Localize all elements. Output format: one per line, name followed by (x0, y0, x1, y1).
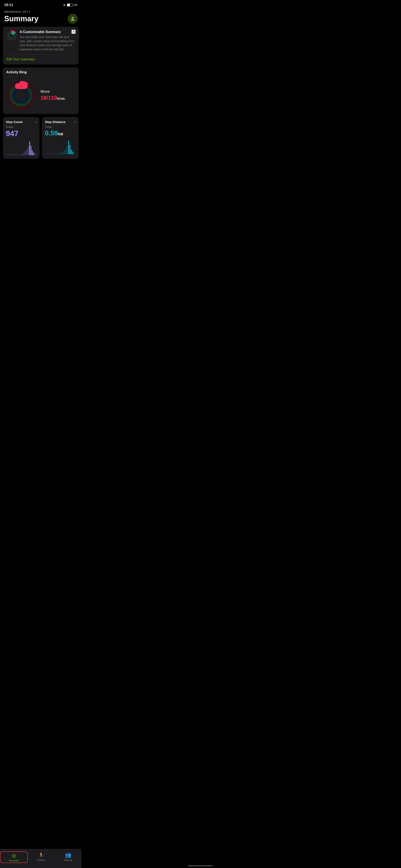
move-info: Move 18/110KCAL (40, 89, 75, 101)
page-title: Summary (4, 14, 38, 23)
bar (68, 141, 69, 154)
bar (49, 153, 50, 154)
avatar-button[interactable] (68, 14, 77, 23)
bar (73, 153, 74, 154)
step-distance-value: 0.59KM (45, 129, 75, 137)
bar (15, 155, 16, 155)
bar (29, 142, 30, 155)
step-count-header: Step Count › (6, 120, 36, 124)
status-bar: 19:11 ✈ 59 (0, 0, 82, 9)
move-value: 18/110KCAL (40, 95, 75, 101)
bar (13, 154, 14, 155)
info-card-title: A Customizable Summary (20, 30, 75, 34)
step-count-card[interactable]: Step Count › Today 947 (3, 117, 39, 159)
info-card-text: A Customizable Summary You can make your… (20, 30, 75, 52)
bar (59, 154, 60, 154)
step-count-title: Step Count (6, 120, 23, 124)
main-content: A Customizable Summary You can make your… (0, 27, 82, 159)
bar (46, 154, 47, 154)
bar (45, 154, 46, 154)
bar (19, 155, 20, 155)
bar (23, 154, 24, 155)
battery-percent: 59 (74, 4, 77, 6)
bar (55, 154, 56, 154)
step-distance-chevron-icon: › (74, 120, 75, 124)
step-distance-today: Today (45, 125, 75, 128)
battery-icon (67, 4, 73, 6)
bar (72, 151, 73, 154)
step-distance-unit: KM (58, 132, 63, 136)
bar (34, 154, 35, 155)
svg-point-0 (72, 17, 74, 19)
bar (36, 154, 36, 155)
step-count-value: 947 (6, 129, 36, 138)
info-card-top: A Customizable Summary You can make your… (6, 30, 75, 52)
bar (71, 150, 72, 154)
activity-ring-body: → Move 18/110KCAL (3, 76, 79, 114)
bar (24, 153, 25, 155)
svg-point-10 (14, 88, 28, 102)
bar (48, 154, 48, 154)
bar (51, 154, 52, 154)
bar (21, 154, 22, 155)
move-label: Move (40, 89, 75, 94)
bar (28, 147, 29, 155)
bar (58, 153, 59, 154)
bar (20, 155, 21, 155)
bar (63, 151, 64, 154)
battery-tip (73, 4, 74, 6)
battery-fill (67, 4, 70, 6)
bar (30, 146, 31, 155)
arrow-icon: → (20, 84, 23, 88)
airplane-icon: ✈ (63, 3, 66, 7)
bar (62, 152, 63, 154)
bar (7, 155, 8, 155)
battery-container: 59 (67, 4, 77, 6)
bar (67, 146, 68, 154)
ring-arrow: → (15, 83, 28, 89)
bar (8, 154, 9, 155)
step-distance-chart (45, 140, 75, 154)
bar (33, 153, 34, 155)
bar (27, 149, 27, 155)
bar (54, 153, 55, 154)
bar (69, 145, 70, 154)
bar (50, 154, 51, 154)
bar (57, 154, 57, 154)
step-count-chevron-icon: › (35, 120, 36, 124)
edit-summary-link[interactable]: Edit Your Summary (6, 57, 75, 61)
status-time: 19:11 (4, 3, 13, 7)
step-count-chart (6, 141, 36, 155)
divider (6, 54, 75, 55)
activity-rings-icon (6, 30, 17, 41)
arrow-shape: → (15, 83, 28, 89)
step-count-today: Today (6, 125, 36, 128)
step-distance-header: Step Distance › (45, 120, 75, 124)
bar (64, 150, 65, 154)
avatar (69, 15, 76, 22)
bar (60, 153, 61, 154)
bar (18, 155, 19, 155)
move-current: 18 (40, 95, 47, 101)
steps-row: Step Count › Today 947 Step Distance › T… (3, 117, 79, 159)
move-unit: KCAL (57, 97, 65, 100)
ring-container: → (6, 81, 35, 110)
bar (16, 154, 17, 155)
bar (66, 149, 66, 154)
bar (25, 151, 26, 155)
info-card-description: You can make your Summary tab your own, … (20, 35, 75, 52)
bar (12, 155, 13, 155)
bar (53, 154, 54, 154)
close-button[interactable]: ✕ (71, 30, 75, 34)
status-icons: ✈ 59 (63, 3, 77, 7)
bar (11, 155, 12, 155)
date-label: WEDNESDAY, OCT 2 (4, 10, 77, 13)
move-goal: 110 (48, 95, 57, 101)
header-row: Summary (4, 14, 77, 23)
bar (10, 155, 11, 155)
bar (32, 150, 33, 155)
person-icon (70, 16, 75, 22)
bar (75, 154, 75, 154)
step-distance-card[interactable]: Step Distance › Today 0.59KM (42, 117, 79, 159)
activity-ring-card: Activity Ring → (3, 67, 79, 114)
